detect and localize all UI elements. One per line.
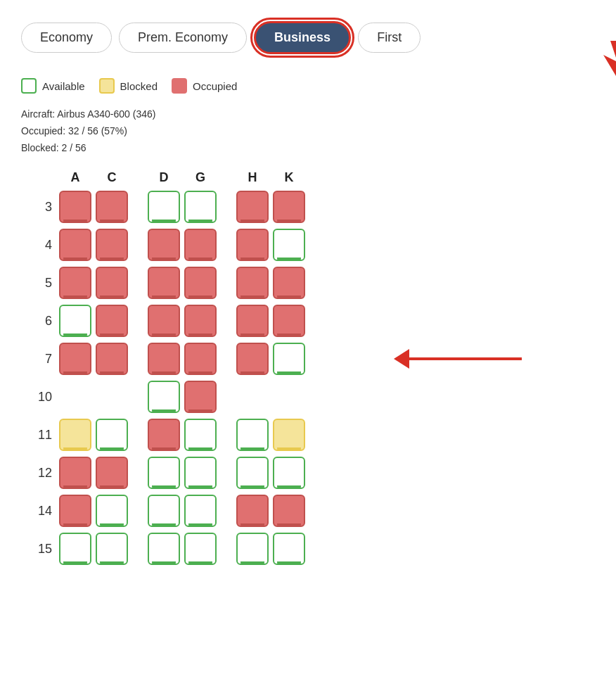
seat-3K[interactable] (273, 191, 305, 223)
seat-14K[interactable] (273, 495, 305, 527)
seat-7A[interactable] (59, 343, 91, 375)
seat-5C[interactable] (96, 267, 128, 299)
aircraft-info: Aircraft: Airbus A340-600 (346) Occupied… (14, 106, 602, 156)
seat-5D[interactable] (148, 267, 180, 299)
row-label-6: 6 (28, 314, 59, 329)
col-header-D: D (148, 170, 180, 185)
seat-11A[interactable] (59, 419, 91, 451)
seat-group-12-1 (59, 457, 128, 489)
seat-15D[interactable] (148, 533, 180, 565)
seat-14A[interactable] (59, 495, 91, 527)
seat-11C[interactable] (96, 419, 128, 451)
seat-7D[interactable] (148, 343, 180, 375)
seat-group-10-1 (59, 381, 128, 413)
tab-business[interactable]: Business (254, 21, 351, 54)
seat-5G[interactable] (184, 267, 217, 299)
seat-row-11: 11 (28, 419, 602, 451)
seat-6A[interactable] (59, 305, 91, 337)
seat-6C[interactable] (96, 305, 128, 337)
seat-row-10: 10 (28, 381, 602, 413)
seat-4C[interactable] (96, 229, 128, 261)
legend-blocked-box (99, 78, 115, 94)
seat-group-6-2 (148, 305, 217, 337)
seat-group-4-1 (59, 229, 128, 261)
seat-6D[interactable] (148, 305, 180, 337)
seat-6G[interactable] (184, 305, 217, 337)
seat-row-6: 6 (28, 305, 602, 337)
seat-3C[interactable] (96, 191, 128, 223)
seat-3G[interactable] (184, 191, 217, 223)
seat-14H[interactable] (236, 495, 269, 527)
seat-12G[interactable] (184, 457, 217, 489)
row-label-4: 4 (28, 238, 59, 253)
legend-available-label: Available (42, 80, 85, 92)
legend-occupied-label: Occupied (193, 80, 237, 92)
seat-12H[interactable] (236, 457, 269, 489)
seat-3H[interactable] (236, 191, 269, 223)
seat-11D[interactable] (148, 419, 180, 451)
legend-available-box (21, 78, 37, 94)
aircraft-occupied: Occupied: 32 / 56 (57%) (21, 123, 602, 140)
seat-15K[interactable] (273, 533, 305, 565)
seat-10C (96, 381, 128, 413)
seat-group-3-3 (236, 191, 305, 223)
seat-5H[interactable] (236, 267, 269, 299)
col-group-3: H K (236, 170, 305, 185)
seat-group-7-2 (148, 343, 217, 375)
seat-7G[interactable] (184, 343, 217, 375)
seat-12D[interactable] (148, 457, 180, 489)
seat-group-11-1 (59, 419, 128, 451)
seat-6H[interactable] (236, 305, 269, 337)
seat-7H[interactable] (236, 343, 269, 375)
seat-12K[interactable] (273, 457, 305, 489)
legend-occupied-box (172, 78, 187, 94)
seat-15A[interactable] (59, 533, 91, 565)
seat-15G[interactable] (184, 533, 217, 565)
seat-group-10-3 (236, 381, 305, 413)
seat-14C[interactable] (96, 495, 128, 527)
seat-group-12-3 (236, 457, 305, 489)
seat-4H[interactable] (236, 229, 269, 261)
tab-bar: EconomyPrem. EconomyBusinessFirst (14, 14, 602, 61)
seat-group-4-3 (236, 229, 305, 261)
tab-economy[interactable]: Economy (21, 23, 112, 53)
legend-occupied: Occupied (172, 78, 237, 94)
seat-3D[interactable] (148, 191, 180, 223)
seat-7K[interactable] (273, 343, 305, 375)
seat-15H[interactable] (236, 533, 269, 565)
row-label-11: 11 (28, 428, 59, 443)
seat-group-12-2 (148, 457, 217, 489)
seat-3A[interactable] (59, 191, 91, 223)
seat-12C[interactable] (96, 457, 128, 489)
seat-10D[interactable] (148, 381, 180, 413)
seat-11G[interactable] (184, 419, 217, 451)
row-label-10: 10 (28, 390, 59, 405)
seat-row-7: 7 (28, 343, 602, 375)
seat-row-3: 3 (28, 191, 602, 223)
seat-14D[interactable] (148, 495, 180, 527)
seat-7C[interactable] (96, 343, 128, 375)
tab-first[interactable]: First (358, 23, 421, 53)
legend-available: Available (21, 78, 85, 94)
seat-14G[interactable] (184, 495, 217, 527)
seat-group-3-2 (148, 191, 217, 223)
seat-10G[interactable] (184, 381, 217, 413)
col-header-A: A (59, 170, 91, 185)
seat-4A[interactable] (59, 229, 91, 261)
seat-11H[interactable] (236, 419, 269, 451)
seat-6K[interactable] (273, 305, 305, 337)
seat-4D[interactable] (148, 229, 180, 261)
seat-5A[interactable] (59, 267, 91, 299)
seat-12A[interactable] (59, 457, 91, 489)
seat-group-10-2 (148, 381, 217, 413)
seat-rows: 345671011121415 (28, 191, 602, 565)
seat-5K[interactable] (273, 267, 305, 299)
seat-15C[interactable] (96, 533, 128, 565)
seat-group-11-2 (148, 419, 217, 451)
seat-4K[interactable] (273, 229, 305, 261)
seat-11K[interactable] (273, 419, 305, 451)
seat-4G[interactable] (184, 229, 217, 261)
seat-group-15-2 (148, 533, 217, 565)
tab-prem-economy[interactable]: Prem. Economy (119, 23, 247, 53)
col-header-C: C (96, 170, 128, 185)
